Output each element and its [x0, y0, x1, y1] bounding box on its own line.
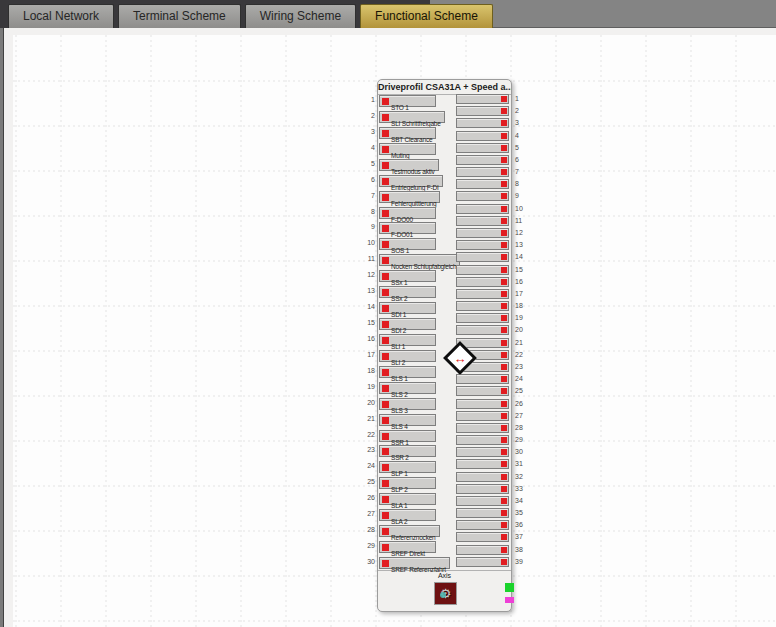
input-pin-red-icon[interactable] [382, 305, 389, 312]
tab-wiring-scheme[interactable]: Wiring Scheme [245, 4, 356, 28]
input-pin-red-icon[interactable] [382, 544, 389, 551]
input-pin-red-icon[interactable] [382, 130, 389, 137]
input-pin-box[interactable]: Muting [379, 143, 436, 155]
input-pin-red-icon[interactable] [382, 337, 389, 344]
output-pin-box[interactable]: SSM 1 [456, 447, 509, 457]
input-pin-red-icon[interactable] [382, 369, 389, 376]
input-pin-box[interactable]: Nocken Schlupfabgleich [379, 254, 460, 266]
output-pin-box[interactable]: Fehlerstatus [456, 179, 509, 189]
input-pin-box[interactable]: SDI 1 [379, 302, 436, 314]
input-pin-box[interactable]: SLP 2 [379, 477, 436, 489]
tab-local-network[interactable]: Local Network [8, 4, 114, 28]
input-pin-box[interactable]: SLI 2 [379, 350, 436, 362]
input-pin-box[interactable]: SLI Schrittfreigabe [379, 111, 445, 123]
output-pin-red-icon[interactable] [501, 315, 507, 321]
input-pin-box[interactable]: Fehlerquittierung [379, 191, 440, 203]
output-pin-red-icon[interactable] [501, 108, 507, 114]
output-pin-box[interactable]: SLA 2 [456, 435, 509, 445]
input-pin-box[interactable]: SLA 2 [379, 509, 436, 521]
input-pin-red-icon[interactable] [382, 353, 389, 360]
output-pin-red-icon[interactable] [501, 291, 507, 297]
output-pin-red-icon[interactable] [501, 461, 507, 467]
output-pin-red-icon[interactable] [501, 120, 507, 126]
axis-pin-magenta[interactable] [505, 597, 514, 603]
input-pin-red-icon[interactable] [382, 162, 389, 169]
input-pin-box[interactable]: SSx 2 [379, 286, 436, 298]
function-block-title[interactable]: Driveprofil CSA31A + Speed a... [378, 80, 511, 95]
output-pin-red-icon[interactable] [501, 303, 507, 309]
input-pin-red-icon[interactable] [382, 448, 389, 455]
input-pin-box[interactable]: SLA 1 [379, 493, 436, 505]
input-pin-box[interactable]: SREF Referenzfahrt [379, 557, 450, 569]
output-pin-box[interactable]: SSR 1 [456, 374, 509, 384]
output-pin-box[interactable]: F-DI 00 [456, 191, 509, 201]
input-pin-red-icon[interactable] [382, 241, 389, 248]
output-pin-red-icon[interactable] [501, 364, 507, 370]
input-pin-box[interactable]: Referenznocken [379, 525, 440, 537]
output-pin-red-icon[interactable] [501, 498, 507, 504]
input-pin-red-icon[interactable] [382, 98, 389, 105]
output-pin-box[interactable]: SDI 2 [456, 289, 509, 299]
output-pin-box[interactable]: Status SREF [456, 545, 509, 555]
output-pin-red-icon[interactable] [501, 279, 507, 285]
output-pin-red-icon[interactable] [501, 474, 507, 480]
output-pin-red-icon[interactable] [501, 425, 507, 431]
input-pin-box[interactable]: Testmodus aktiv [379, 159, 439, 171]
output-pin-red-icon[interactable] [501, 510, 507, 516]
input-pin-red-icon[interactable] [382, 528, 389, 535]
output-pin-red-icon[interactable] [501, 437, 507, 443]
output-pin-red-icon[interactable] [501, 534, 507, 540]
output-pin-box[interactable]: SSM 4 [456, 484, 509, 494]
input-pin-red-icon[interactable] [382, 433, 389, 440]
output-pin-box[interactable]: Referenziert [456, 557, 509, 567]
output-pin-red-icon[interactable] [501, 193, 507, 199]
output-pin-box[interactable]: SLA 1 [456, 423, 509, 433]
function-block[interactable]: Driveprofil CSA31A + Speed a... Axis ⚙ 1… [377, 79, 512, 612]
output-pin-red-icon[interactable] [501, 388, 507, 394]
output-pin-red-icon[interactable] [501, 157, 507, 163]
input-pin-box[interactable]: STO 1 [379, 95, 436, 107]
output-pin-box[interactable]: SCA 1 [456, 496, 509, 506]
output-pin-box[interactable]: Eingangsdaten gü [456, 131, 509, 141]
scheme-canvas[interactable]: Driveprofil CSA31A + Speed a... Axis ⚙ 1… [13, 35, 776, 627]
output-pin-box[interactable]: SSR 2 [456, 386, 509, 396]
output-pin-red-icon[interactable] [501, 267, 507, 273]
output-pin-box[interactable]: SLP 2 [456, 411, 509, 421]
output-pin-box[interactable]: F-DI 03 [456, 228, 509, 238]
output-pin-box[interactable]: STO 1 [456, 94, 509, 104]
output-pin-box[interactable]: Muting [456, 143, 509, 153]
input-pin-box[interactable]: SBT Clearance [379, 127, 436, 139]
input-pin-box[interactable]: SSR 2 [379, 445, 436, 457]
output-pin-red-icon[interactable] [501, 547, 507, 553]
input-pin-box[interactable]: F-DO00 [379, 207, 436, 219]
output-pin-red-icon[interactable] [501, 242, 507, 248]
input-pin-box[interactable]: SSx 1 [379, 270, 436, 282]
output-pin-red-icon[interactable] [501, 486, 507, 492]
input-pin-red-icon[interactable] [382, 257, 389, 264]
axis-motor-icon[interactable]: ⚙ [434, 582, 457, 605]
output-pin-box[interactable]: SCA 2 [456, 508, 509, 518]
axis-pin-green[interactable] [505, 583, 514, 592]
input-pin-box[interactable]: SLS 4 [379, 414, 436, 426]
input-pin-red-icon[interactable] [382, 273, 389, 280]
output-pin-box[interactable]: SLS 1 [456, 325, 509, 335]
tab-functional-scheme[interactable]: Functional Scheme [360, 4, 493, 28]
output-pin-red-icon[interactable] [501, 522, 507, 528]
input-pin-box[interactable]: SDI 2 [379, 318, 436, 330]
input-pin-box[interactable]: SLS 2 [379, 382, 436, 394]
input-pin-red-icon[interactable] [382, 480, 389, 487]
input-pin-red-icon[interactable] [382, 512, 389, 519]
output-pin-box[interactable]: SCA 3 [456, 520, 509, 530]
output-pin-red-icon[interactable] [501, 559, 507, 565]
output-pin-red-icon[interactable] [501, 254, 507, 260]
input-pin-box[interactable]: F-DO01 [379, 222, 436, 234]
output-pin-red-icon[interactable] [501, 206, 507, 212]
output-pin-box[interactable]: SOS 1 [456, 240, 509, 250]
output-pin-red-icon[interactable] [501, 145, 507, 151]
input-pin-red-icon[interactable] [382, 321, 389, 328]
input-pin-box[interactable]: Entriegelung F-DI [379, 175, 443, 187]
output-pin-box[interactable]: SDI 1 [456, 277, 509, 287]
output-pin-box[interactable]: SLI 2 [456, 313, 509, 323]
input-pin-red-icon[interactable] [382, 417, 389, 424]
input-pin-red-icon[interactable] [382, 225, 389, 232]
